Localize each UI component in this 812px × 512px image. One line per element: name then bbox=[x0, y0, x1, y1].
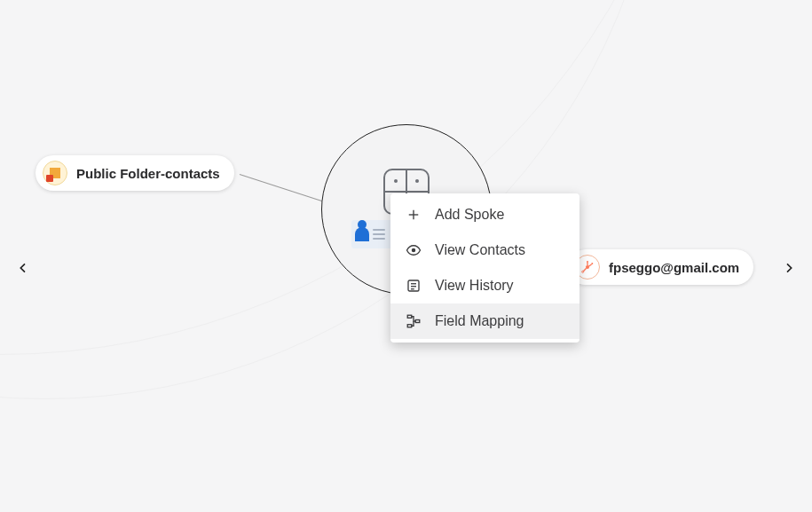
menu-item-label: View Contacts bbox=[435, 242, 525, 258]
svg-rect-15 bbox=[407, 325, 412, 327]
office365-icon bbox=[43, 161, 67, 185]
svg-rect-16 bbox=[415, 320, 420, 323]
prev-arrow[interactable] bbox=[12, 257, 34, 279]
svg-line-3 bbox=[583, 268, 586, 271]
menu-item-label: Add Spoke bbox=[435, 207, 504, 223]
spoke-label: Public Folder-contacts bbox=[76, 166, 220, 181]
svg-point-4 bbox=[582, 271, 584, 272]
svg-point-2 bbox=[587, 261, 588, 263]
contact-card-icon bbox=[351, 220, 392, 248]
eye-icon bbox=[405, 241, 422, 259]
svg-point-9 bbox=[412, 248, 416, 253]
menu-item-label: View History bbox=[435, 278, 514, 294]
mapping-icon bbox=[405, 312, 422, 330]
svg-rect-14 bbox=[407, 315, 412, 318]
menu-item-field-mapping[interactable]: Field Mapping bbox=[390, 303, 579, 339]
menu-item-add-spoke[interactable]: Add Spoke bbox=[390, 197, 579, 232]
spoke-hubspot-account[interactable]: fpseggo@gmail.com bbox=[568, 249, 753, 285]
menu-item-label: Field Mapping bbox=[435, 313, 524, 329]
menu-item-view-history[interactable]: View History bbox=[390, 268, 579, 303]
list-icon bbox=[405, 277, 422, 295]
plus-icon bbox=[405, 206, 422, 224]
spoke-public-folder[interactable]: Public Folder-contacts bbox=[35, 155, 234, 191]
spoke-label: fpseggo@gmail.com bbox=[609, 260, 739, 275]
next-arrow[interactable] bbox=[778, 257, 800, 279]
svg-point-6 bbox=[591, 263, 593, 264]
menu-item-view-contacts[interactable]: View Contacts bbox=[390, 232, 579, 268]
context-menu: Add Spoke View Contacts View History Fie… bbox=[390, 193, 579, 343]
svg-line-5 bbox=[588, 264, 591, 267]
